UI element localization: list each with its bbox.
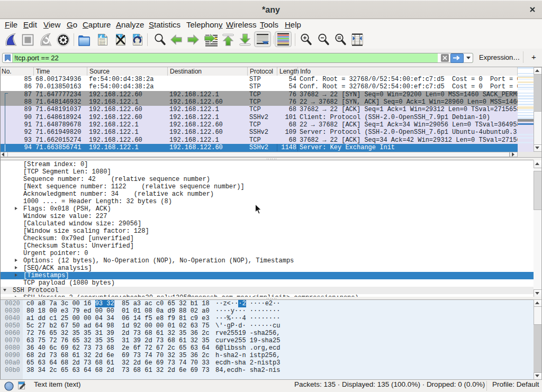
svg-text:0111: 0111 xyxy=(134,43,140,45)
svg-text:0111: 0111 xyxy=(100,43,105,45)
svg-text:0111: 0111 xyxy=(118,43,123,45)
